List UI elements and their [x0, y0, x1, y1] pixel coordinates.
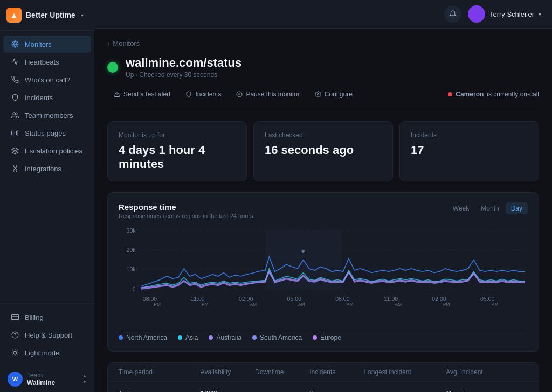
- table-header-avg.-incident: Avg. incident: [446, 368, 528, 376]
- table-cell-0-0: Today: [119, 389, 201, 392]
- sidebar-bottom: Billing Help & Support Light mode: [0, 303, 94, 366]
- on-call-info: Cameron is currently on-call: [448, 90, 539, 98]
- chart-tab-month[interactable]: Month: [475, 202, 504, 214]
- sun-icon: [11, 348, 19, 357]
- sidebar-nav: Monitors Heartbeats Who's on call? Incid…: [0, 31, 94, 303]
- card-icon: [11, 313, 19, 321]
- team-switcher[interactable]: ▲ ▼: [82, 374, 87, 384]
- sidebar-item-light-mode[interactable]: Light mode: [3, 344, 91, 361]
- sidebar-item-integrations[interactable]: Integrations: [3, 160, 91, 177]
- sidebar-item-help-support[interactable]: Help & Support: [3, 326, 91, 344]
- legend-item-australia: Australia: [209, 334, 242, 341]
- chart-tab-week[interactable]: Week: [447, 202, 474, 214]
- svg-marker-8: [12, 148, 18, 151]
- pulse-icon: [11, 58, 19, 66]
- breadcrumb-chevron-icon: ‹: [107, 39, 109, 47]
- user-name: Terry Schleifer: [489, 10, 534, 18]
- svg-line-20: [12, 350, 13, 351]
- send-test-alert-button[interactable]: Send a test alert: [107, 87, 177, 101]
- stat-value-1: 16 seconds ago: [265, 143, 382, 157]
- layers-icon: [11, 146, 19, 155]
- stat-value-0: 4 days 1 hour 4 minutes: [119, 143, 236, 171]
- team-label: Team: [27, 372, 55, 379]
- svg-text:AM: AM: [250, 301, 257, 306]
- send-test-label: Send a test alert: [123, 90, 170, 98]
- on-call-dot: [448, 92, 452, 96]
- legend-label: Australia: [216, 334, 242, 341]
- monitor-status: Up · Checked every 30 seconds: [126, 71, 242, 79]
- stat-label-0: Monitor is up for: [119, 131, 236, 139]
- chart-subtitle: Response times across regions in the las…: [119, 213, 253, 219]
- team-name: Wallmine: [27, 379, 55, 387]
- legend-dot: [313, 335, 317, 340]
- users-icon: [11, 111, 19, 120]
- stat-label-1: Last checked: [265, 131, 382, 139]
- action-bar: Send a test alert Incidents Pause this m…: [107, 87, 539, 110]
- chart-tabs: Week Month Day: [447, 202, 528, 214]
- svg-text:10k: 10k: [127, 266, 136, 272]
- stat-card-1: Last checked 16 seconds ago: [253, 121, 393, 181]
- pause-label: Pause this monitor: [246, 90, 299, 98]
- user-menu-chevron-icon: ▾: [539, 11, 541, 17]
- legend-dot: [119, 335, 123, 340]
- user-menu[interactable]: Terry Schleifer ▾: [468, 5, 541, 23]
- svg-text:PM: PM: [202, 301, 209, 306]
- svg-line-25: [17, 350, 18, 351]
- stats-row: Monitor is up for 4 days 1 hour 4 minute…: [107, 121, 539, 181]
- breadcrumb: ‹ Monitors: [107, 39, 539, 47]
- table-cell-0-5: Ongoing: [446, 389, 528, 392]
- svg-line-21: [17, 355, 18, 355]
- legend-item-south-america: South America: [252, 334, 302, 341]
- topbar: Terry Schleifer ▾: [94, 0, 552, 29]
- chart-tab-day[interactable]: Day: [506, 202, 528, 214]
- legend-label: South America: [260, 334, 302, 341]
- app-logo: ▲: [6, 8, 22, 23]
- shield-icon: [11, 93, 19, 102]
- table-cell-0-3: 0: [309, 389, 364, 392]
- team-avatar: W: [8, 372, 23, 387]
- help-icon: [11, 331, 19, 339]
- svg-text:AM: AM: [395, 301, 402, 306]
- stats-table: Time periodAvailabilityDowntimeIncidents…: [107, 362, 539, 392]
- svg-text:✦: ✦: [300, 246, 307, 255]
- svg-point-32: [317, 94, 319, 95]
- sidebar-item-team-members[interactable]: Team members: [3, 107, 91, 124]
- chart-svg: 30k 20k 10k 0: [119, 225, 528, 321]
- table-header-time-period: Time period: [119, 368, 201, 376]
- sidebar-item-status-pages[interactable]: Status pages: [3, 124, 91, 142]
- on-call-status: is currently on-call: [487, 90, 539, 98]
- pause-monitor-button[interactable]: Pause this monitor: [230, 87, 306, 101]
- chart-title: Response time: [119, 202, 253, 212]
- legend-item-north-america: North America: [119, 334, 167, 341]
- svg-text:PM: PM: [443, 301, 450, 306]
- configure-button[interactable]: Configure: [308, 87, 359, 101]
- legend-dot: [178, 335, 182, 340]
- table-cell-0-2: none: [255, 389, 309, 392]
- breadcrumb-label[interactable]: Monitors: [113, 39, 140, 47]
- svg-point-26: [475, 10, 479, 14]
- nav-label-incidents: Incidents: [25, 94, 53, 102]
- sidebar-item-monitors[interactable]: Monitors: [3, 36, 91, 53]
- sidebar-item-whos-on-call[interactable]: Who's on call?: [3, 71, 91, 88]
- svg-point-2: [13, 113, 16, 115]
- svg-text:0: 0: [133, 286, 136, 292]
- billing-label: Billing: [25, 313, 44, 321]
- table-header-incidents: Incidents: [309, 368, 364, 376]
- phone-icon: [11, 75, 19, 84]
- incidents-button[interactable]: Incidents: [179, 87, 227, 101]
- sidebar-item-incidents[interactable]: Incidents: [3, 89, 91, 106]
- notifications-button[interactable]: [444, 5, 461, 23]
- globe-icon: [11, 40, 19, 48]
- sidebar-item-billing[interactable]: Billing: [3, 309, 91, 326]
- svg-text:AM: AM: [298, 301, 305, 306]
- nav-label-team-members: Team members: [25, 111, 73, 120]
- sidebar-item-escalation[interactable]: Escalation policies: [3, 142, 91, 159]
- sidebar-item-heartbeats[interactable]: Heartbeats: [3, 53, 91, 71]
- status-indicator: [107, 62, 118, 73]
- incidents-label: Incidents: [195, 90, 221, 98]
- help-support-label: Help & Support: [25, 331, 72, 339]
- legend-dot: [252, 335, 257, 340]
- page-content: ‹ Monitors wallmine.com/status Up · Chec…: [94, 29, 552, 392]
- legend-label: Asia: [185, 334, 198, 341]
- light-mode-label: Light mode: [25, 349, 59, 357]
